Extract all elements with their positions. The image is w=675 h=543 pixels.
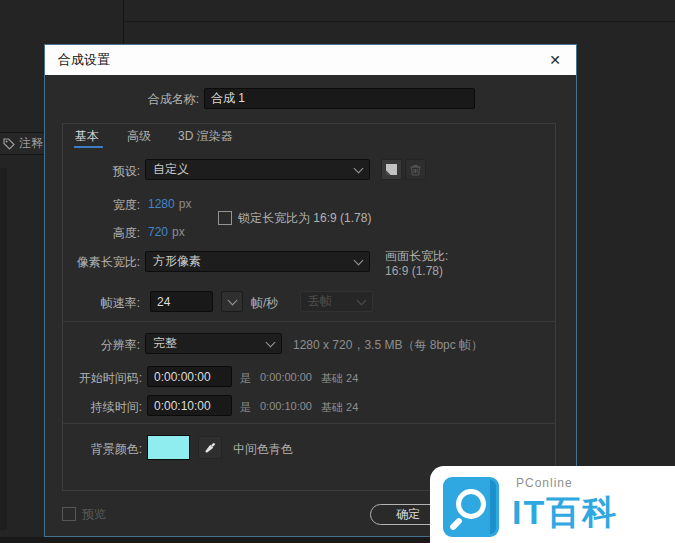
width-unit: px [179,197,192,211]
tab-advanced[interactable]: 高级 [127,128,151,145]
save-preset-icon [385,163,398,176]
duration-label: 持续时间: [45,399,142,416]
pixel-aspect-select[interactable]: 方形像素 [145,251,370,272]
duration-input[interactable] [147,395,232,416]
background-panel-divider-horizontal [124,21,675,22]
timecode-eq-label: 是 [240,371,251,386]
preview-checkbox [62,507,76,521]
close-button[interactable]: ✕ [534,45,576,75]
book-icon [443,477,499,537]
chevron-down-icon [266,337,276,347]
start-timecode-input[interactable] [147,366,232,387]
frame-rate-label: 帧速率: [45,295,140,312]
lock-aspect-label: 锁定长宽比为 16:9 (1.78) [238,210,371,227]
drop-frame-value: 丢帧 [308,293,332,310]
background-color-name: 中间色青色 [233,441,293,458]
save-preset-button[interactable] [381,159,402,180]
timecode-base: 基础 24 [321,400,358,415]
start-timecode-info: 是 0:00:00:00 基础 24 [240,371,358,386]
fps-unit-label: 帧/秒 [251,295,278,312]
timecode-eq-value: 0:00:00:00 [260,371,312,386]
dialog-title: 合成设置 [58,51,110,69]
background-left-edge [0,168,7,530]
notes-column-header[interactable]: 注释 [0,132,45,155]
background-panel-divider-vertical [123,0,124,44]
pixel-aspect-value: 方形像素 [153,253,201,270]
watermark-card: PConline IT百科 [430,466,675,543]
height-label: 高度: [45,225,140,242]
trash-icon [410,164,421,176]
frame-rate-dropdown-button[interactable] [221,291,243,312]
background-color-swatch[interactable] [147,435,190,460]
lock-aspect-checkbox[interactable] [218,211,232,225]
composition-settings-dialog: 合成设置 ✕ 合成名称: 基本 高级 3D 渲染器 预设: 自定义 [44,44,577,537]
height-value[interactable]: 720 [148,225,168,239]
timecode-eq-label: 是 [240,400,251,415]
chevron-down-icon [357,295,367,305]
eyedropper-icon [203,441,217,455]
resolution-select[interactable]: 完整 [145,333,282,354]
close-icon: ✕ [549,52,561,68]
resolution-label: 分辨率: [45,337,140,354]
drop-frame-select: 丢帧 [300,291,373,312]
frame-rate-input[interactable] [150,291,213,312]
chevron-down-icon [354,163,364,173]
timecode-eq-value: 0:00:10:00 [260,400,312,415]
preset-value: 自定义 [153,161,189,178]
tab-basic[interactable]: 基本 [75,128,99,145]
magnifier-icon [456,489,486,519]
start-timecode-label: 开始时间码: [45,370,142,387]
eyedropper-button[interactable] [198,436,222,459]
notes-column-label: 注释 [19,135,43,152]
preset-select[interactable]: 自定义 [145,159,370,180]
ok-button-label: 确定 [396,506,420,523]
duration-info: 是 0:00:10:00 基础 24 [240,400,358,415]
chevron-down-icon [354,255,364,265]
preset-label: 预设: [45,163,140,180]
width-label: 宽度: [45,197,140,214]
background-color-label: 背景颜色: [45,441,142,458]
watermark-brand: PConline [516,476,573,490]
width-value[interactable]: 1280 [148,197,175,211]
preview-label: 预览 [82,506,106,523]
pixel-aspect-label: 像素长宽比: [45,254,140,271]
tag-icon [3,138,15,150]
chevron-down-icon [227,295,237,305]
resolution-value: 完整 [153,335,177,352]
height-value-row: 720px [148,225,185,239]
separator [62,423,556,424]
separator [62,321,556,322]
resolution-info: 1280 x 720，3.5 MB（每 8bpc 帧） [293,337,483,354]
magnifier-handle [449,517,463,531]
frame-aspect-value: 16:9 (1.78) [385,264,443,278]
width-value-row: 1280px [148,197,191,211]
active-tab-underline [74,146,103,148]
book-spine [490,480,496,534]
tab-3d-renderer[interactable]: 3D 渲染器 [178,128,233,145]
delete-preset-button [405,159,426,180]
height-unit: px [172,225,185,239]
frame-aspect-label: 画面长宽比: [385,248,448,265]
composition-name-label: 合成名称: [45,91,199,108]
composition-name-input[interactable] [204,88,475,109]
watermark-title: IT百科 [512,490,618,536]
timecode-base: 基础 24 [321,371,358,386]
dialog-titlebar: 合成设置 [45,45,576,75]
